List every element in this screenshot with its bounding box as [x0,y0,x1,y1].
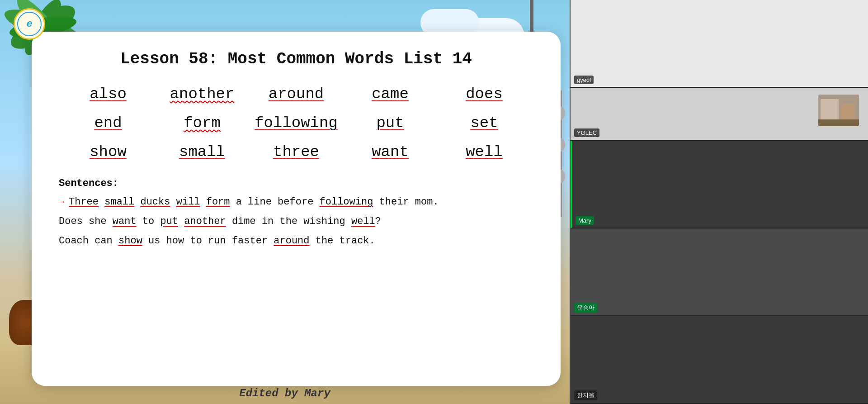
app-logo: e [14,8,45,40]
word-came: came [372,86,409,103]
participant-name-yglec: YGLEC [574,128,599,137]
sentence-1: → Three small ducks will form a line bef… [59,195,538,209]
participant-thumbnail-yglec [818,95,859,126]
word-well: well [466,143,503,161]
sentence-1-text: Three small ducks will form a line befor… [69,195,439,209]
word-cell: came [345,82,435,106]
arrow-icon: → [59,195,64,209]
lesson-title: Lesson 58: Most Common Words List 14 [54,50,538,68]
word-also: also [90,86,127,103]
sentences-label: Sentences: [59,178,538,189]
participant-tile-mary: Mary [571,141,868,228]
word-cell: set [439,111,529,135]
word-cell: form [157,111,247,135]
participant-name-yunseonga: 윤승아 [574,303,597,313]
word-three: three [273,143,319,161]
word-cell: following [251,111,341,135]
word-cell: also [63,82,153,106]
word-three-inline: Three [69,196,99,208]
participant-name-gyeol: gyeol [574,76,594,84]
word-another: another [170,86,235,103]
word-end: end [94,114,122,132]
word-cell: three [251,140,341,164]
words-grid: also another around came does end form [63,82,529,164]
sentence-2: Does she want to put another dime in the… [59,214,538,229]
word-cell: want [345,140,435,164]
word-show: show [90,143,127,161]
word-cell: does [439,82,529,106]
word-cell: another [157,82,247,106]
word-small: small [179,143,225,161]
logo-letter: e [17,12,42,36]
word-small-inline: small [104,196,134,208]
participant-tile-yunseonga: 윤승아 [571,228,868,316]
participant-name-hanjiol: 한지올 [574,390,597,400]
word-around: around [269,86,324,103]
word-cell: around [251,82,341,106]
sentences-section: Sentences: → Three small ducks will form… [54,178,538,248]
participants-sidebar: gyeol YGLEC Mary 윤승아 한지올 [570,0,868,404]
participant-name-mary: Mary [576,216,594,225]
svg-rect-29 [818,119,859,126]
word-want: want [372,143,409,161]
edited-by-label: Edited by Mary [0,387,570,399]
participant-tile-gyeol: gyeol [571,0,868,88]
word-form: form [184,114,221,132]
sentence-3: Coach can show us how to run faster arou… [59,233,538,248]
lesson-card: Lesson 58: Most Common Words List 14 als… [32,32,561,386]
participant-tile-hanjiol: 한지올 [571,316,868,404]
word-ducks-inline: ducks [140,196,170,208]
word-cell: end [63,111,153,135]
word-cell: well [439,140,529,164]
word-cell: show [63,140,153,164]
word-following: following [255,114,338,132]
participant-tile-yglec: YGLEC [571,88,868,141]
word-set: set [470,114,498,132]
word-cell: small [157,140,247,164]
word-cell: put [345,111,435,135]
main-content-area: e Lesson 58: Most Common Words List 14 a… [0,0,570,404]
word-does: does [466,86,503,103]
word-put: put [376,114,404,132]
